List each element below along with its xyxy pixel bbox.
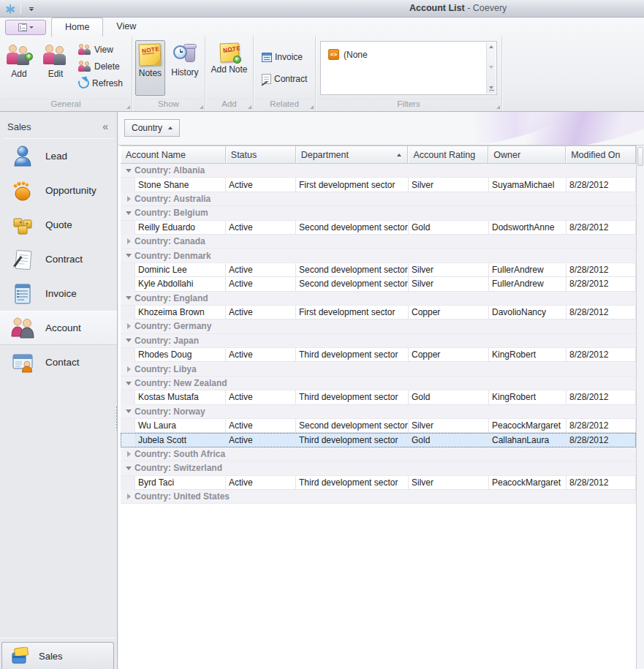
column-header-department[interactable]: Department: [296, 146, 409, 163]
table-cell[interactable]: Silver: [409, 277, 489, 291]
collapse-group-icon[interactable]: [124, 169, 133, 173]
table-cell[interactable]: Stone Shane: [135, 178, 226, 192]
collapse-group-icon[interactable]: [124, 382, 133, 385]
table-row[interactable]: Wu LauraActiveSecond development sectorS…: [121, 419, 636, 433]
collapse-group-icon[interactable]: [124, 466, 133, 470]
table-cell[interactable]: Silver: [409, 178, 489, 192]
table-cell[interactable]: Copper: [409, 348, 489, 362]
expand-group-icon[interactable]: [124, 238, 133, 244]
group-row[interactable]: Country: United States: [121, 490, 636, 504]
expand-group-icon[interactable]: [124, 366, 133, 372]
notes-button[interactable]: NOTE Notes: [135, 40, 165, 96]
group-row[interactable]: Country: Norway: [121, 405, 636, 419]
sidebar-item-contract[interactable]: Contract: [0, 242, 117, 276]
tab-view[interactable]: View: [103, 18, 149, 37]
table-row[interactable]: Khozeima BrownActiveFirst development se…: [121, 306, 636, 320]
group-row[interactable]: Country: Australia: [121, 192, 636, 206]
collapse-group-icon[interactable]: [124, 409, 133, 413]
tab-home[interactable]: Home: [51, 18, 103, 37]
splitter-handle[interactable]: [115, 406, 118, 431]
table-cell[interactable]: Silver: [409, 263, 489, 277]
table-cell[interactable]: KingRobert: [489, 348, 567, 362]
column-header-modified-on[interactable]: Modified On: [566, 146, 635, 163]
table-cell[interactable]: Kyle Abdollahi: [135, 277, 226, 291]
sidebar-item-opportunity[interactable]: Opportunity: [0, 173, 117, 208]
customize-toolbar-dropdown-icon[interactable]: [26, 6, 37, 12]
group-row[interactable]: Country: Denmark: [121, 249, 636, 262]
collapse-group-icon[interactable]: [124, 339, 133, 342]
table-cell[interactable]: Active: [226, 419, 296, 433]
table-cell[interactable]: 8/28/2012: [567, 348, 636, 362]
view-button[interactable]: View: [76, 42, 125, 57]
scroll-to-bottom-icon[interactable]: [489, 86, 494, 91]
history-button[interactable]: History: [168, 40, 202, 96]
group-row[interactable]: Country: Canada: [121, 235, 636, 249]
table-cell[interactable]: Active: [226, 277, 296, 291]
table-row[interactable]: Kostas MustafaActiveThird development se…: [121, 390, 636, 404]
table-cell[interactable]: Silver: [409, 419, 489, 433]
scrollbar-thumb[interactable]: [637, 147, 643, 166]
table-cell[interactable]: Gold: [409, 433, 489, 447]
table-cell[interactable]: Second development sector: [296, 277, 409, 291]
group-row[interactable]: Country: South Africa: [121, 447, 636, 461]
table-cell[interactable]: Silver: [409, 476, 489, 490]
table-cell[interactable]: Khozeima Brown: [135, 306, 226, 320]
add-note-button[interactable]: NOTE Add Note: [208, 40, 250, 96]
table-cell[interactable]: DavolioNancy: [489, 306, 567, 320]
column-header-status[interactable]: Status: [226, 146, 296, 163]
table-cell[interactable]: Byrd Taci: [135, 476, 226, 490]
table-cell[interactable]: Third development sector: [296, 433, 409, 447]
expand-group-icon[interactable]: [124, 451, 133, 457]
table-cell[interactable]: CallahanLaura: [489, 433, 567, 447]
table-cell[interactable]: Active: [226, 178, 296, 192]
table-cell[interactable]: Gold: [409, 390, 489, 404]
table-cell[interactable]: 8/28/2012: [567, 306, 636, 320]
edit-button[interactable]: Edit: [39, 40, 72, 96]
table-cell[interactable]: Dominic Lee: [135, 263, 226, 277]
filters-listbox[interactable]: <> (None: [320, 41, 497, 95]
table-cell[interactable]: Second development sector: [296, 263, 409, 277]
table-cell[interactable]: 8/28/2012: [567, 390, 636, 404]
table-cell[interactable]: Active: [226, 476, 296, 490]
table-row-selected[interactable]: Jubela ScottActiveThird development sect…: [121, 433, 636, 447]
sidebar-item-quote[interactable]: Quote: [0, 208, 117, 242]
table-cell[interactable]: Third development sector: [296, 348, 409, 362]
invoice-related-button[interactable]: Invoice: [260, 50, 312, 65]
table-cell[interactable]: SuyamaMichael: [489, 178, 567, 192]
table-cell[interactable]: 8/28/2012: [567, 433, 636, 447]
group-by-chip-country[interactable]: Country: [124, 119, 180, 137]
table-cell[interactable]: 8/28/2012: [567, 178, 636, 192]
table-cell[interactable]: 8/28/2012: [567, 419, 636, 433]
contract-related-button[interactable]: Contract: [260, 72, 312, 87]
table-cell[interactable]: FullerAndrew: [489, 277, 567, 291]
table-cell[interactable]: Active: [226, 433, 296, 447]
table-cell[interactable]: Second development sector: [296, 419, 409, 433]
scroll-up-icon[interactable]: [489, 45, 493, 48]
collapse-group-icon[interactable]: [124, 211, 133, 215]
sidebar-item-contact[interactable]: Contact: [0, 345, 117, 379]
table-cell[interactable]: First development sector: [296, 306, 409, 320]
table-cell[interactable]: Copper: [409, 306, 489, 320]
group-row[interactable]: Country: New Zealand: [121, 377, 636, 390]
expand-group-icon[interactable]: [124, 196, 133, 202]
group-row[interactable]: Country: Japan: [121, 334, 636, 348]
table-cell[interactable]: 8/28/2012: [567, 221, 636, 235]
table-cell[interactable]: Third development sector: [296, 476, 409, 490]
application-menu-button[interactable]: [5, 20, 46, 35]
table-cell[interactable]: PeacockMargaret: [489, 419, 567, 433]
table-cell[interactable]: Active: [226, 263, 296, 277]
refresh-button[interactable]: Refresh: [76, 75, 125, 91]
collapse-group-icon[interactable]: [124, 254, 133, 257]
group-row[interactable]: Country: Belgium: [121, 206, 636, 220]
table-cell[interactable]: Kostas Mustafa: [135, 390, 226, 404]
table-cell[interactable]: First development sector: [296, 178, 409, 192]
group-row[interactable]: Country: Switzerland: [121, 461, 636, 475]
table-cell[interactable]: Reilly Eduardo: [135, 221, 226, 235]
sidebar-item-lead[interactable]: Lead: [0, 139, 117, 173]
table-cell[interactable]: 8/28/2012: [567, 277, 636, 291]
table-cell[interactable]: Active: [226, 306, 296, 320]
table-row[interactable]: Dominic LeeActiveSecond development sect…: [121, 263, 636, 277]
table-row[interactable]: Kyle AbdollahiActiveSecond development s…: [121, 277, 636, 291]
sidebar-item-invoice[interactable]: Invoice: [0, 276, 117, 311]
scroll-down-icon[interactable]: [489, 66, 493, 69]
